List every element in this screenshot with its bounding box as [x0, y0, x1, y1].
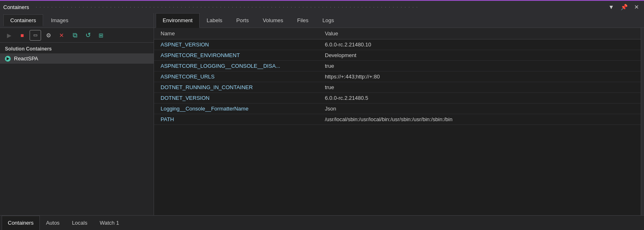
env-name: ASPNETCORE_URLS [161, 74, 325, 80]
scrollbar[interactable] [641, 28, 644, 215]
main-layout: Containers Images ▶ ■ ▭ ⚙ ✕ ⧉ ↺ ⊞ Soluti… [0, 13, 644, 215]
title-bar: Containers · · · · · · · · · · · · · · ·… [0, 0, 644, 13]
tab-images[interactable]: Images [44, 14, 76, 26]
section-header: Solution Containers [0, 43, 154, 53]
delete-button[interactable]: ✕ [56, 30, 67, 41]
detail-tabs: Environment Labels Ports Volumes Files L… [154, 13, 644, 28]
env-name: DOTNET_RUNNING_IN_CONTAINER [161, 84, 325, 90]
start-button[interactable]: ▶ [3, 30, 15, 41]
title-bar-title: Containers [3, 4, 29, 10]
tab-volumes[interactable]: Volumes [256, 13, 290, 28]
status-tab-watch1[interactable]: Watch 1 [94, 216, 125, 230]
status-tab-locals[interactable]: Locals [66, 216, 94, 230]
env-value: true [325, 63, 634, 69]
right-panel-inner: Name Value ASPNET_VERSION 6.0.0-rc.2.214… [154, 28, 644, 215]
env-name: PATH [161, 116, 325, 122]
env-name: DOTNET_VERSION [161, 95, 325, 101]
header-name: Name [161, 30, 325, 37]
env-value: Development [325, 52, 634, 58]
terminal-button[interactable]: ▭ [30, 30, 41, 41]
status-tab-autos[interactable]: Autos [40, 216, 66, 230]
title-bar-left: Containers · · · · · · · · · · · · · · ·… [3, 4, 419, 10]
tab-logs[interactable]: Logs [315, 13, 341, 28]
env-value: 6.0.0-rc.2.21480.5 [325, 95, 634, 101]
refresh-button[interactable]: ↺ [82, 30, 94, 41]
status-bar: Containers Autos Locals Watch 1 [0, 215, 644, 230]
top-tabs: Containers Images [0, 13, 154, 28]
table-row: ASPNETCORE_URLS https://+:443;http://+:8… [154, 71, 641, 82]
table-row: DOTNET_RUNNING_IN_CONTAINER true [154, 82, 641, 93]
table-row: Logging__Console__FormatterName Json [154, 104, 641, 114]
settings-button[interactable]: ⚙ [43, 30, 54, 41]
container-item-reactspa[interactable]: ReactSPA [0, 53, 154, 64]
env-name: ASPNETCORE_ENVIRONMENT [161, 52, 325, 58]
table-row: PATH /usr/local/sbin:/usr/local/bin:/usr… [154, 114, 641, 125]
status-running-icon [5, 56, 11, 62]
header-value: Value [325, 30, 634, 37]
chevron-down-icon[interactable]: ▼ [607, 3, 616, 11]
table-row: ASPNETCORE_LOGGING__CONSOLE__DISA... tru… [154, 61, 641, 71]
right-panel: Environment Labels Ports Volumes Files L… [154, 13, 644, 215]
table-row: ASPNET_VERSION 6.0.0-rc.2.21480.10 [154, 39, 641, 50]
env-value: https://+:443;http://+:80 [325, 74, 634, 80]
env-value: true [325, 84, 634, 90]
title-bar-dots: · · · · · · · · · · · · · · · · · · · · … [36, 5, 419, 9]
env-name: ASPNET_VERSION [161, 41, 325, 48]
env-value: 6.0.0-rc.2.21480.10 [325, 41, 634, 48]
env-name: ASPNETCORE_LOGGING__CONSOLE__DISA... [161, 63, 325, 69]
tab-labels[interactable]: Labels [200, 13, 229, 28]
tab-ports[interactable]: Ports [229, 13, 255, 28]
table-header: Name Value [154, 28, 641, 39]
left-panel: Containers Images ▶ ■ ▭ ⚙ ✕ ⧉ ↺ ⊞ Soluti… [0, 13, 154, 215]
tab-containers[interactable]: Containers [3, 14, 43, 26]
tab-environment[interactable]: Environment [156, 13, 200, 28]
env-value: /usr/local/sbin:/usr/local/bin:/usr/sbin… [325, 116, 634, 122]
pin-icon[interactable]: 📌 [619, 3, 629, 11]
env-value: Json [325, 106, 634, 112]
table-row: ASPNETCORE_ENVIRONMENT Development [154, 50, 641, 61]
tab-files[interactable]: Files [290, 13, 315, 28]
container-name: ReactSPA [14, 55, 38, 62]
toolbar: ▶ ■ ▭ ⚙ ✕ ⧉ ↺ ⊞ [0, 28, 154, 43]
close-icon[interactable]: ✕ [632, 3, 641, 11]
env-name: Logging__Console__FormatterName [161, 106, 325, 112]
status-tab-containers[interactable]: Containers [2, 216, 40, 230]
copy-button[interactable]: ⧉ [69, 30, 80, 41]
title-bar-actions: ▼ 📌 ✕ [607, 3, 641, 11]
play-icon [7, 57, 9, 60]
table-row: DOTNET_VERSION 6.0.0-rc.2.21480.5 [154, 93, 641, 104]
environment-table: Name Value ASPNET_VERSION 6.0.0-rc.2.214… [154, 28, 641, 215]
push-button[interactable]: ⊞ [95, 30, 107, 41]
stop-button[interactable]: ■ [16, 30, 28, 41]
